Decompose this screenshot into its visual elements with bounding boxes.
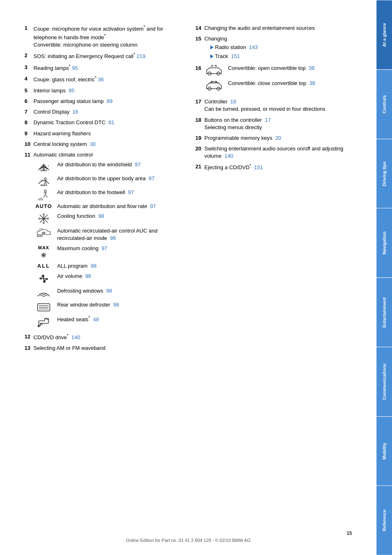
sub-item-text: Track 151 xyxy=(215,53,240,60)
page-link[interactable]: 98 xyxy=(91,263,96,269)
item-number: 4 xyxy=(24,75,33,84)
list-item: 21 Ejecting a CD/DVD* 151 xyxy=(196,163,354,172)
page-link[interactable]: 16 xyxy=(72,109,78,115)
item-content: Changing Radio station 143 Track 151 xyxy=(205,35,354,61)
page-link[interactable]: 140 xyxy=(225,153,234,159)
sidebar-tab-driving-tips[interactable]: Driving tips xyxy=(376,139,392,208)
svg-text:AUC: AUC xyxy=(37,235,43,237)
page-link[interactable]: 140 xyxy=(71,334,80,340)
item-number: 3 xyxy=(24,64,33,72)
sidebar-tab-controls[interactable]: Controls xyxy=(376,69,392,139)
page-link[interactable]: 151 xyxy=(231,53,240,59)
page-footer: 15 Online Edition for Part no. 01 41 2 6… xyxy=(0,530,376,543)
page-link[interactable]: 89 xyxy=(107,98,112,104)
auto-icon: AUTO xyxy=(33,203,54,210)
list-item: 13 Selecting AM or FM waveband xyxy=(24,345,183,352)
conv-open-icon xyxy=(205,65,225,78)
list-item: 18 Buttons on the controller 17 Selectin… xyxy=(196,116,354,131)
list-item: 14 Changing the audio and entertainment … xyxy=(196,25,354,32)
item-content: Coupe: microphone for voice activation s… xyxy=(33,25,183,49)
item-number: 11 xyxy=(24,151,33,330)
list-item: 6 Passenger airbag status lamp 89 xyxy=(24,98,183,105)
item-number: 21 xyxy=(196,163,205,172)
item-number: 2 xyxy=(24,52,33,60)
page-link[interactable]: 38 xyxy=(309,65,314,71)
item-number: 14 xyxy=(196,25,205,32)
sidebar-tab-entertainment[interactable]: Entertainment xyxy=(376,278,392,347)
page-link[interactable]: 98 xyxy=(110,235,116,241)
page-link[interactable]: 48 xyxy=(93,316,99,322)
cooling-icon xyxy=(33,213,54,225)
sub-item-text: Heated seats* 48 xyxy=(57,315,183,324)
page-link[interactable]: 143 xyxy=(249,44,258,50)
arrow-icon xyxy=(210,45,214,49)
sub-item: Radio station 143 xyxy=(210,44,354,51)
page-link[interactable]: 97 xyxy=(135,161,140,168)
sub-item: AUC Automatic recirculated-air control A… xyxy=(33,227,183,242)
defrost-front-icon xyxy=(33,287,54,299)
conv-open-text: Convertible: open convertible top 38 xyxy=(228,65,315,72)
item-content: Dynamic Traction Control DTC 81 xyxy=(33,119,183,126)
sub-item-text: ALL program 98 xyxy=(57,262,183,270)
sub-item: AUTO Automatic air distribution and flow… xyxy=(33,203,183,210)
sub-item-text: Air distribution to the footwell 97 xyxy=(57,189,183,196)
item-content: CD/DVD drive* 140 xyxy=(33,333,183,342)
list-item: 11 Automatic climate control xyxy=(24,151,183,330)
page-link[interactable]: 30 xyxy=(90,141,96,147)
item-content: Automatic climate control xyxy=(33,151,183,330)
defrost-rear-icon xyxy=(33,301,54,313)
item-number: 15 xyxy=(196,35,205,61)
right-column: 14 Changing the audio and entertainment … xyxy=(196,25,354,355)
item-content: Selecting AM or FM waveband xyxy=(33,345,183,352)
page-link[interactable]: 17 xyxy=(265,117,271,123)
svg-line-21 xyxy=(43,197,44,197)
item-number: 10 xyxy=(24,141,33,148)
page-link[interactable]: 97 xyxy=(101,245,107,251)
sub-item: Rear window defroster 98 xyxy=(33,301,183,313)
sidebar-tab-mobility[interactable]: Mobility xyxy=(376,416,392,486)
sidebar-tab-reference[interactable]: Reference xyxy=(376,486,392,555)
page-link[interactable]: 95 xyxy=(69,87,74,94)
page-link[interactable]: 95 xyxy=(72,65,78,71)
sidebar: At a glance Controls Driving tips Naviga… xyxy=(376,0,392,555)
svg-point-11 xyxy=(45,178,47,180)
sidebar-tab-communications[interactable]: Communications xyxy=(376,347,392,416)
svg-line-22 xyxy=(47,197,47,197)
page-link[interactable]: 98 xyxy=(106,288,112,294)
sub-item-text: Maximum cooling 97 xyxy=(57,245,183,252)
convertible-close-row: Convertible: close convertible top 38 xyxy=(205,80,354,93)
page-link[interactable]: 98 xyxy=(85,273,91,279)
page-link[interactable]: 38 xyxy=(309,80,315,86)
sub-item-text: Rear window defroster 98 xyxy=(57,301,183,309)
footer-text: Online Edition for Part no. 01 41 2 604 … xyxy=(0,538,376,543)
item-content: Convertible: open convertible top 38 xyxy=(205,65,354,95)
svg-point-40 xyxy=(43,278,45,280)
list-item: 15 Changing Radio station 143 Track 151 xyxy=(196,35,354,61)
sub-item-text: Radio station 143 xyxy=(215,44,258,51)
sidebar-tab-navigation[interactable]: Navigation xyxy=(376,208,392,278)
page-link[interactable]: 97 xyxy=(128,189,134,195)
page-link[interactable]: 97 xyxy=(149,175,154,181)
sub-item-text: Cooling function 98 xyxy=(57,213,183,220)
page-link[interactable]: 81 xyxy=(109,119,114,125)
page-link[interactable]: 97 xyxy=(150,203,156,209)
list-item: 2 SOS: initiating an Emergency Request c… xyxy=(24,52,183,60)
list-item: 8 Dynamic Traction Control DTC 81 xyxy=(24,119,183,126)
conv-close-text: Convertible: close convertible top 38 xyxy=(228,80,315,87)
page-link[interactable]: 98 xyxy=(113,302,119,308)
item-number: 12 xyxy=(24,333,33,342)
page-link[interactable]: 98 xyxy=(98,213,104,219)
page-link[interactable]: 219 xyxy=(137,54,146,60)
page-link[interactable]: 20 xyxy=(275,135,281,141)
page-link[interactable]: 16 xyxy=(230,98,236,105)
item-number: 1 xyxy=(24,25,33,49)
fan-icon xyxy=(33,273,54,285)
page-link[interactable]: 151 xyxy=(254,165,263,171)
item-number: 7 xyxy=(24,108,33,116)
upper-body-icon xyxy=(33,175,54,186)
svg-text:✱: ✱ xyxy=(37,324,40,327)
page-link[interactable]: 36 xyxy=(98,77,104,83)
svg-line-20 xyxy=(45,195,47,197)
sidebar-tab-at-a-glance[interactable]: At a glance xyxy=(376,0,392,69)
all-icon: ALL xyxy=(33,262,54,270)
